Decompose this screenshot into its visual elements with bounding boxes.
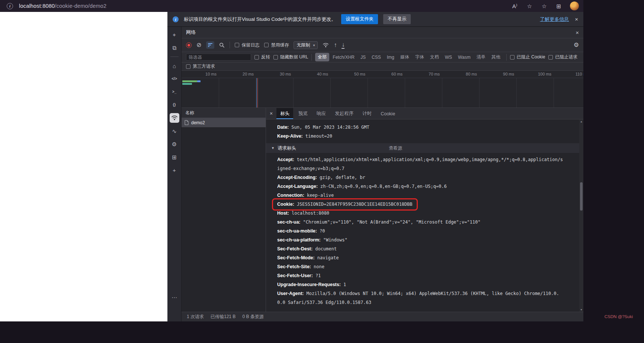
section-caret-icon[interactable]: ▼ (271, 146, 275, 150)
vscode-infobar: i 标识项目的根文件夹以打开Visual Studio Code中的源文件并同步… (167, 12, 583, 27)
details-scrollbar[interactable]: ▲ ▼ (579, 119, 583, 312)
name-column-header[interactable]: 名称 (182, 108, 266, 118)
elements-icon[interactable]: </> (170, 74, 179, 84)
filter-chip[interactable]: 其他 (489, 53, 503, 61)
watermark: CSDN @?Suki (605, 314, 633, 319)
site-info-icon[interactable]: i (7, 3, 13, 9)
filter-chip[interactable]: WS (442, 54, 455, 61)
favorites-icon[interactable]: ☆ (542, 3, 547, 9)
header-row: Sec-Fetch-User:?1 (266, 271, 564, 280)
waterfall-bar-teal (182, 83, 192, 85)
filter-chip[interactable]: 媒体 (398, 53, 412, 61)
detail-tab[interactable]: 发起程序 (331, 108, 357, 119)
throttling-select[interactable]: 无限制▾ (294, 41, 318, 49)
application-icon[interactable]: ⊞ (170, 152, 179, 162)
image-margin-bottom (0, 321, 644, 343)
filter-chip[interactable]: CSS (369, 54, 384, 61)
header-name: Sec-Fetch-User: (277, 273, 313, 278)
add-tools-icon[interactable]: + (170, 165, 179, 175)
console-icon[interactable]: >_ (170, 87, 179, 97)
profile-avatar[interactable] (570, 1, 579, 10)
timeline-gridline (330, 78, 331, 108)
filter-toggle-button[interactable] (206, 41, 214, 49)
infobar-close-icon[interactable]: × (575, 16, 578, 22)
set-root-folder-button[interactable]: 设置根文件夹 (341, 14, 378, 24)
dismiss-button[interactable]: 不再显示 (383, 14, 411, 24)
third-party-checkbox[interactable]: 第三方请求 (186, 63, 215, 70)
filter-chip[interactable]: Img (384, 54, 397, 61)
blocked-cookies-checkbox[interactable]: 已阻止 Cookie (510, 54, 545, 60)
more-tools-icon[interactable]: ⋯ (172, 294, 177, 301)
hide-data-urls-checkbox[interactable]: 隐藏数据 URL (273, 54, 308, 60)
search-button[interactable] (219, 42, 225, 48)
checkbox-box (273, 55, 278, 60)
network-icon[interactable] (170, 113, 179, 123)
learn-more-link[interactable]: 了解更多信息 (540, 16, 569, 23)
header-row: User-Agent:Mozilla/5.0 (Windows NT 10.0;… (266, 289, 564, 307)
record-button[interactable] (186, 42, 192, 48)
scroll-up-icon[interactable]: ▲ (579, 120, 583, 123)
detail-tab[interactable]: 响应 (313, 108, 330, 119)
detail-tab[interactable]: 预览 (295, 108, 311, 119)
detail-tab[interactable]: 标头 (276, 108, 293, 119)
settings-button[interactable]: ⚙ (574, 42, 579, 48)
devtools-close-icon[interactable]: × (576, 30, 579, 35)
filter-chip[interactable]: JS (358, 54, 368, 61)
section-title: 请求标头 (278, 145, 296, 151)
toolbar-separator (311, 54, 312, 61)
scroll-down-icon[interactable]: ▼ (579, 308, 583, 311)
performance-icon[interactable]: ∿ (170, 126, 179, 136)
status-transferred: 已传输121 B (211, 314, 236, 320)
timeline-gridline (554, 78, 554, 108)
devtools-body: ⌖⧉⌂</>>_{}∿⚙⊞+⋯ 网络 × ⊘ 保留日志 禁用缓存 无限 (167, 27, 583, 321)
infobar-right: 了解更多信息 × (540, 16, 578, 23)
filter-chip[interactable]: 字体 (413, 53, 427, 61)
request-headers-section[interactable]: ▼ 请求标头 查看源 (266, 143, 583, 153)
sources-icon[interactable]: {} (170, 100, 179, 110)
header-row: sec-ch-ua-platform:"Windows" (266, 235, 564, 244)
clear-button[interactable]: ⊘ (196, 42, 201, 48)
filter-chip[interactable]: Wasm (455, 54, 473, 61)
detail-tab[interactable]: Cookie (377, 109, 399, 119)
collections-icon[interactable]: ⊞ (556, 3, 561, 9)
header-name: Connection: (277, 193, 304, 198)
memory-icon[interactable]: ⚙ (170, 139, 179, 149)
header-row: Accept:text/html,application/xhtml+xml,a… (266, 155, 564, 173)
detail-tab[interactable]: 计时 (359, 108, 375, 119)
welcome-home-icon[interactable]: ⌂ (170, 61, 179, 71)
network-split: 名称 demo2 × 标头预览响应发起程序计时Cookie Date:Sun, … (182, 108, 583, 312)
scroll-thumb[interactable] (580, 182, 583, 211)
view-source-link[interactable]: 查看源 (389, 145, 402, 151)
preserve-log-checkbox[interactable]: 保留日志 (235, 42, 259, 48)
network-conditions-button[interactable] (323, 43, 329, 48)
invert-checkbox[interactable]: 反转 (254, 54, 270, 60)
header-name: sec-ch-ua-platform: (277, 237, 321, 243)
header-row: Date:Sun, 05 Mar 2023 14:28:56 GMT (266, 123, 564, 132)
activity-bar: ⌖⧉⌂</>>_{}∿⚙⊞+⋯ (167, 27, 182, 321)
request-name: demo2 (191, 120, 205, 125)
add-favorite-icon[interactable]: ☆ (527, 3, 532, 9)
header-value: timeout=20 (305, 134, 332, 139)
disable-cache-checkbox[interactable]: 禁用缓存 (264, 42, 289, 48)
filter-chip[interactable]: Fetch/XHR (330, 54, 357, 61)
filter-chip[interactable]: 全部 (315, 53, 329, 61)
export-har-button[interactable]: ↓ (342, 42, 345, 49)
network-filter-input[interactable] (186, 54, 251, 61)
header-value: 1 (343, 282, 346, 287)
read-aloud-icon[interactable]: A⁾ (512, 3, 518, 9)
filter-chip[interactable]: 文档 (427, 53, 442, 61)
url-text[interactable]: localhost:8080/cookie-demo/demo2 (19, 3, 106, 9)
checkbox-box (510, 55, 515, 60)
import-har-button[interactable]: ↑ (334, 42, 337, 48)
header-row: Sec-Fetch-Dest:document (266, 244, 564, 253)
timeline-overview[interactable]: 10 ms20 ms30 ms40 ms50 ms60 ms70 ms80 ms… (182, 71, 583, 108)
blocked-requests-checkbox[interactable]: 已阻止请求 (548, 54, 577, 60)
timeline-gridline (442, 78, 442, 108)
details-close-icon[interactable]: × (270, 111, 273, 116)
header-row: Upgrade-Insecure-Requests:1 (266, 280, 564, 289)
device-emulation-icon[interactable]: ⧉ (170, 43, 179, 52)
filter-chip[interactable]: 清单 (474, 53, 488, 61)
inspect-icon[interactable]: ⌖ (170, 30, 179, 39)
timeline-label: 50 ms (345, 72, 365, 76)
request-row[interactable]: demo2 (182, 118, 266, 127)
